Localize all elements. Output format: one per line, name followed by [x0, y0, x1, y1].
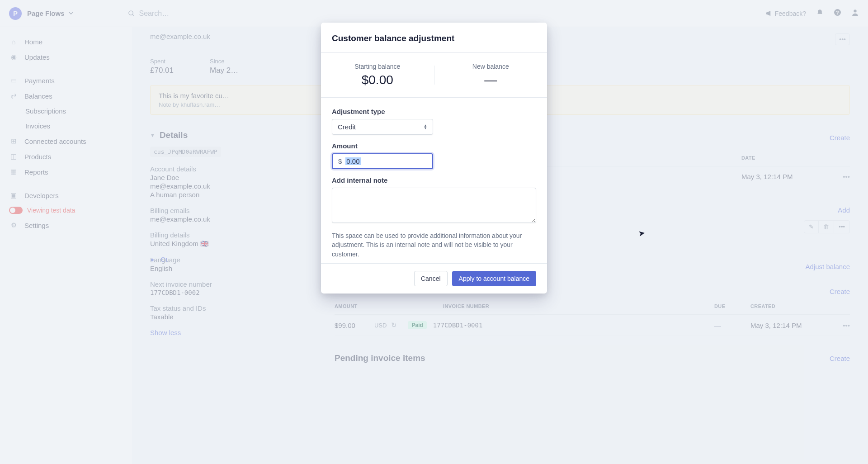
- new-balance-value: —: [434, 73, 547, 87]
- amount-label: Amount: [332, 142, 536, 150]
- cancel-button[interactable]: Cancel: [414, 271, 448, 286]
- apply-button[interactable]: Apply to account balance: [452, 271, 536, 286]
- internal-note-textarea[interactable]: [332, 188, 536, 223]
- balance-adjustment-modal: Customer balance adjustment Starting bal…: [321, 23, 547, 294]
- modal-title: Customer balance adjustment: [321, 23, 547, 53]
- help-text: This space can be used to provide additi…: [332, 231, 536, 259]
- starting-balance-value: $0.00: [321, 73, 434, 87]
- amount-input[interactable]: $ 0.00: [332, 153, 433, 169]
- modal-overlay: Customer balance adjustment Starting bal…: [0, 0, 868, 464]
- currency-symbol: $: [338, 157, 342, 165]
- new-balance-label: New balance: [434, 63, 547, 70]
- adjustment-type-label: Adjustment type: [332, 108, 536, 115]
- starting-balance-label: Starting balance: [321, 63, 434, 70]
- select-arrows-icon: ▲▼: [424, 124, 427, 130]
- internal-note-label: Add internal note: [332, 176, 536, 184]
- adjustment-type-select[interactable]: Credit ▲▼: [332, 119, 433, 135]
